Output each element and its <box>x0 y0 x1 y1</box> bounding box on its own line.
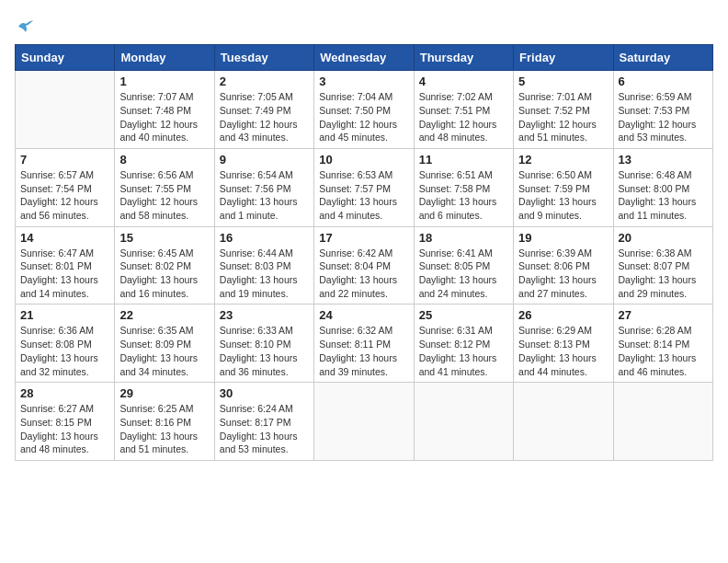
calendar-cell: 18Sunrise: 6:41 AM Sunset: 8:05 PM Dayli… <box>414 226 513 304</box>
calendar-cell: 30Sunrise: 6:24 AM Sunset: 8:17 PM Dayli… <box>214 383 313 461</box>
calendar-cell: 24Sunrise: 6:32 AM Sunset: 8:11 PM Dayli… <box>314 304 414 383</box>
calendar-cell: 12Sunrise: 6:50 AM Sunset: 7:59 PM Dayli… <box>514 148 613 226</box>
day-number: 14 <box>20 231 109 245</box>
calendar-cell: 17Sunrise: 6:42 AM Sunset: 8:04 PM Dayli… <box>314 226 414 304</box>
calendar-week-row: 28Sunrise: 6:27 AM Sunset: 8:15 PM Dayli… <box>16 383 713 461</box>
column-header-sunday: Sunday <box>16 45 115 71</box>
cell-info: Sunrise: 6:33 AM Sunset: 8:10 PM Dayligh… <box>220 324 309 378</box>
logo <box>15 15 35 33</box>
cell-info: Sunrise: 6:29 AM Sunset: 8:13 PM Dayligh… <box>518 324 608 378</box>
page-header <box>15 15 713 33</box>
calendar-cell: 27Sunrise: 6:28 AM Sunset: 8:14 PM Dayli… <box>613 304 712 383</box>
cell-info: Sunrise: 7:01 AM Sunset: 7:52 PM Dayligh… <box>518 90 608 144</box>
day-number: 27 <box>619 308 708 322</box>
calendar-cell <box>613 383 712 461</box>
calendar-cell: 13Sunrise: 6:48 AM Sunset: 8:00 PM Dayli… <box>613 148 712 226</box>
day-number: 9 <box>220 153 309 167</box>
day-number: 7 <box>20 153 109 167</box>
calendar-cell: 7Sunrise: 6:57 AM Sunset: 7:54 PM Daylig… <box>16 148 115 226</box>
calendar-cell: 8Sunrise: 6:56 AM Sunset: 7:55 PM Daylig… <box>115 148 214 226</box>
day-number: 4 <box>419 75 508 88</box>
day-number: 1 <box>119 75 209 88</box>
cell-info: Sunrise: 6:24 AM Sunset: 8:17 PM Dayligh… <box>220 402 309 456</box>
calendar-cell: 21Sunrise: 6:36 AM Sunset: 8:08 PM Dayli… <box>16 304 115 383</box>
cell-info: Sunrise: 7:05 AM Sunset: 7:49 PM Dayligh… <box>220 90 309 144</box>
cell-info: Sunrise: 6:57 AM Sunset: 7:54 PM Dayligh… <box>20 168 109 223</box>
cell-info: Sunrise: 6:35 AM Sunset: 8:09 PM Dayligh… <box>119 324 209 378</box>
day-number: 30 <box>220 386 309 400</box>
cell-info: Sunrise: 6:39 AM Sunset: 8:06 PM Dayligh… <box>518 247 608 301</box>
calendar-cell: 6Sunrise: 6:59 AM Sunset: 7:53 PM Daylig… <box>613 71 712 149</box>
calendar-cell: 11Sunrise: 6:51 AM Sunset: 7:58 PM Dayli… <box>414 148 513 226</box>
cell-info: Sunrise: 6:54 AM Sunset: 7:56 PM Dayligh… <box>220 168 309 223</box>
calendar-cell: 10Sunrise: 6:53 AM Sunset: 7:57 PM Dayli… <box>314 148 414 226</box>
calendar-week-row: 21Sunrise: 6:36 AM Sunset: 8:08 PM Dayli… <box>16 304 713 383</box>
cell-info: Sunrise: 6:47 AM Sunset: 8:01 PM Dayligh… <box>20 247 109 301</box>
column-header-wednesday: Wednesday <box>314 45 414 71</box>
cell-info: Sunrise: 6:41 AM Sunset: 8:05 PM Dayligh… <box>419 247 508 301</box>
calendar-cell: 20Sunrise: 6:38 AM Sunset: 8:07 PM Dayli… <box>613 226 712 304</box>
cell-info: Sunrise: 6:38 AM Sunset: 8:07 PM Dayligh… <box>619 247 708 301</box>
day-number: 26 <box>518 308 608 322</box>
day-number: 3 <box>319 75 408 88</box>
cell-info: Sunrise: 7:02 AM Sunset: 7:51 PM Dayligh… <box>419 90 508 144</box>
logo-bird-icon <box>17 19 35 34</box>
cell-info: Sunrise: 6:44 AM Sunset: 8:03 PM Dayligh… <box>220 247 309 301</box>
calendar-cell: 22Sunrise: 6:35 AM Sunset: 8:09 PM Dayli… <box>115 304 214 383</box>
column-header-friday: Friday <box>514 45 613 71</box>
day-number: 24 <box>319 308 408 322</box>
calendar-cell: 9Sunrise: 6:54 AM Sunset: 7:56 PM Daylig… <box>214 148 313 226</box>
column-header-tuesday: Tuesday <box>214 45 313 71</box>
column-header-thursday: Thursday <box>414 45 513 71</box>
column-header-monday: Monday <box>115 45 214 71</box>
cell-info: Sunrise: 6:42 AM Sunset: 8:04 PM Dayligh… <box>319 247 408 301</box>
cell-info: Sunrise: 6:51 AM Sunset: 7:58 PM Dayligh… <box>419 168 508 223</box>
day-number: 16 <box>220 231 309 245</box>
cell-info: Sunrise: 6:53 AM Sunset: 7:57 PM Dayligh… <box>319 168 408 223</box>
calendar-cell: 16Sunrise: 6:44 AM Sunset: 8:03 PM Dayli… <box>214 226 313 304</box>
calendar-cell: 29Sunrise: 6:25 AM Sunset: 8:16 PM Dayli… <box>115 383 214 461</box>
calendar-cell: 3Sunrise: 7:04 AM Sunset: 7:50 PM Daylig… <box>314 71 414 149</box>
calendar-cell: 5Sunrise: 7:01 AM Sunset: 7:52 PM Daylig… <box>514 71 613 149</box>
cell-info: Sunrise: 6:25 AM Sunset: 8:16 PM Dayligh… <box>119 402 209 456</box>
calendar-body: 1Sunrise: 7:07 AM Sunset: 7:48 PM Daylig… <box>16 71 713 461</box>
cell-info: Sunrise: 6:48 AM Sunset: 8:00 PM Dayligh… <box>619 168 708 223</box>
calendar-cell: 1Sunrise: 7:07 AM Sunset: 7:48 PM Daylig… <box>115 71 214 149</box>
cell-info: Sunrise: 6:59 AM Sunset: 7:53 PM Dayligh… <box>619 90 708 144</box>
day-number: 20 <box>619 231 708 245</box>
day-number: 18 <box>419 231 508 245</box>
day-number: 23 <box>220 308 309 322</box>
cell-info: Sunrise: 7:04 AM Sunset: 7:50 PM Dayligh… <box>319 90 408 144</box>
calendar-header-row: SundayMondayTuesdayWednesdayThursdayFrid… <box>16 45 713 71</box>
cell-info: Sunrise: 6:36 AM Sunset: 8:08 PM Dayligh… <box>20 324 109 378</box>
day-number: 10 <box>319 153 408 167</box>
calendar-cell: 14Sunrise: 6:47 AM Sunset: 8:01 PM Dayli… <box>16 226 115 304</box>
column-header-saturday: Saturday <box>613 45 712 71</box>
calendar-cell: 19Sunrise: 6:39 AM Sunset: 8:06 PM Dayli… <box>514 226 613 304</box>
calendar-cell: 23Sunrise: 6:33 AM Sunset: 8:10 PM Dayli… <box>214 304 313 383</box>
day-number: 2 <box>220 75 309 88</box>
day-number: 28 <box>20 386 109 400</box>
calendar-cell <box>314 383 414 461</box>
day-number: 25 <box>419 308 508 322</box>
day-number: 22 <box>119 308 209 322</box>
cell-info: Sunrise: 6:45 AM Sunset: 8:02 PM Dayligh… <box>119 247 209 301</box>
calendar-week-row: 7Sunrise: 6:57 AM Sunset: 7:54 PM Daylig… <box>16 148 713 226</box>
day-number: 12 <box>518 153 608 167</box>
calendar-cell <box>414 383 513 461</box>
calendar-week-row: 14Sunrise: 6:47 AM Sunset: 8:01 PM Dayli… <box>16 226 713 304</box>
cell-info: Sunrise: 6:31 AM Sunset: 8:12 PM Dayligh… <box>419 324 508 378</box>
day-number: 15 <box>119 231 209 245</box>
calendar-cell: 25Sunrise: 6:31 AM Sunset: 8:12 PM Dayli… <box>414 304 513 383</box>
calendar-cell: 28Sunrise: 6:27 AM Sunset: 8:15 PM Dayli… <box>16 383 115 461</box>
day-number: 29 <box>119 386 209 400</box>
day-number: 17 <box>319 231 408 245</box>
cell-info: Sunrise: 6:56 AM Sunset: 7:55 PM Dayligh… <box>119 168 209 223</box>
day-number: 8 <box>119 153 209 167</box>
day-number: 11 <box>419 153 508 167</box>
cell-info: Sunrise: 7:07 AM Sunset: 7:48 PM Dayligh… <box>119 90 209 144</box>
calendar-week-row: 1Sunrise: 7:07 AM Sunset: 7:48 PM Daylig… <box>16 71 713 149</box>
calendar-cell <box>514 383 613 461</box>
cell-info: Sunrise: 6:32 AM Sunset: 8:11 PM Dayligh… <box>319 324 408 378</box>
day-number: 21 <box>20 308 109 322</box>
